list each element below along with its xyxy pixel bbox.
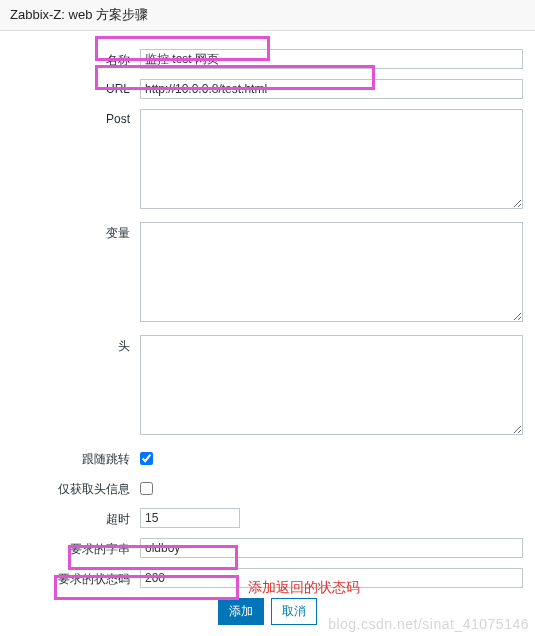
row-post: Post [0,109,535,212]
label-headers: 头 [8,335,140,355]
watermark: blog.csdn.net/sinat_41075146 [328,616,529,632]
row-name: 名称 [0,49,535,69]
timeout-input[interactable] [140,508,240,528]
add-button[interactable]: 添加 [218,598,264,625]
post-textarea[interactable] [140,109,523,209]
label-post: Post [8,109,140,126]
label-follow-redirect: 跟随跳转 [8,448,140,468]
head-only-checkbox[interactable] [140,482,153,495]
url-input[interactable] [140,79,523,99]
headers-textarea[interactable] [140,335,523,435]
follow-redirect-checkbox[interactable] [140,452,153,465]
dialog-title: Zabbix-Z: web 方案步骤 [0,0,535,31]
cancel-button[interactable]: 取消 [271,598,317,625]
label-name: 名称 [8,49,140,69]
name-input[interactable] [140,49,523,69]
row-head-only: 仅获取头信息 [0,478,535,498]
label-required-string: 要求的字串 [8,538,140,558]
web-step-form: 名称 URL Post 变量 头 跟随跳转 仅获取头信息 [0,31,535,625]
label-variables: 变量 [8,222,140,242]
required-string-input[interactable] [140,538,523,558]
row-url: URL [0,79,535,99]
row-variables: 变量 [0,222,535,325]
row-required-string: 要求的字串 [0,538,535,558]
annotation-text: 添加返回的状态码 [248,579,360,597]
label-url: URL [8,79,140,96]
variables-textarea[interactable] [140,222,523,322]
row-timeout: 超时 [0,508,535,528]
label-required-status: 要求的状态码 [8,568,140,588]
row-headers: 头 [0,335,535,438]
label-timeout: 超时 [8,508,140,528]
row-follow-redirect: 跟随跳转 [0,448,535,468]
label-head-only: 仅获取头信息 [8,478,140,498]
